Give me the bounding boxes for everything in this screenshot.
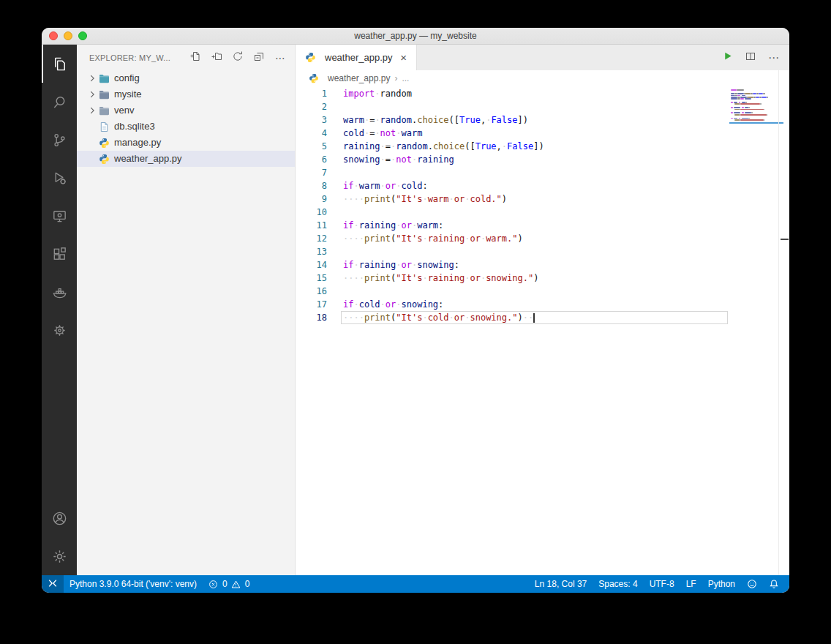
line-number: 5 (296, 140, 327, 153)
code-line-2[interactable] (343, 100, 789, 113)
problems-status[interactable]: 0 0 (203, 575, 255, 593)
explorer-more-actions-button[interactable]: ⋯ (273, 50, 287, 65)
explorer-item-venv[interactable]: venv (77, 102, 295, 119)
zoom-window-button[interactable] (78, 31, 87, 40)
cursor-position-status[interactable]: Ln 18, Col 37 (529, 575, 593, 593)
code-content[interactable]: import·randomwarm·=·random.choice([True,… (343, 87, 789, 324)
activitybar-docker[interactable] (42, 273, 77, 311)
vscode-window: weather_app.py — my_website (42, 28, 789, 593)
explorer-item-config[interactable]: config (77, 70, 295, 86)
code-line-14[interactable]: if·raining·or·snowing: (343, 258, 789, 272)
bell-icon (769, 579, 779, 589)
explorer-item-db-sqlite3[interactable]: db.sqlite3 (77, 119, 295, 135)
line-number: 16 (296, 285, 327, 298)
python-file-icon (307, 72, 320, 84)
indentation-status[interactable]: Spaces: 4 (593, 575, 643, 593)
folder-icon (98, 89, 110, 100)
feedback-button[interactable] (741, 575, 763, 593)
run-debug-icon (51, 170, 68, 187)
activity-bar (42, 45, 77, 575)
code-line-12[interactable]: ····print("It's·raining·or·warm.") (343, 232, 789, 245)
chevron-right-icon[interactable] (86, 105, 98, 116)
python-file-icon (98, 137, 110, 149)
code-line-18[interactable]: ····print("It's·cold·or·snowing.")·· (343, 311, 789, 324)
settings-gear-icon (51, 548, 68, 565)
code-line-13[interactable] (343, 245, 789, 258)
close-window-button[interactable] (49, 31, 58, 40)
activitybar-account[interactable] (42, 499, 77, 537)
editor-group: weather_app.py × ⋯ (296, 45, 789, 575)
line-number: 2 (296, 100, 327, 113)
file-tree: configmysitevenvdb.sqlite3manage.pyweath… (77, 70, 295, 575)
code-line-16[interactable] (343, 285, 789, 298)
split-editor-button[interactable] (745, 50, 756, 65)
eol-label: LF (686, 579, 696, 589)
line-number: 6 (296, 153, 327, 166)
indentation-label: Spaces: 4 (598, 579, 637, 589)
code-line-6[interactable]: snowing·=·not·raining (343, 153, 789, 166)
activitybar-settings[interactable] (42, 537, 77, 575)
explorer-item-mysite[interactable]: mysite (77, 86, 295, 102)
code-line-5[interactable]: raining·=·random.choice([True,·False]) (343, 140, 789, 153)
run-icon (722, 50, 733, 64)
breadcrumb[interactable]: weather_app.py › ... (296, 70, 789, 86)
collapse-all-icon (253, 50, 265, 65)
warning-count: 0 (245, 579, 250, 589)
explorer-item-label: weather_app.py (114, 151, 182, 167)
new-file-icon (189, 50, 201, 65)
new-folder-button[interactable] (209, 50, 224, 65)
line-number: 13 (296, 245, 327, 258)
code-line-10[interactable] (343, 206, 789, 219)
breadcrumb-file[interactable]: weather_app.py (328, 73, 390, 83)
line-number: 17 (296, 298, 327, 311)
line-number: 9 (296, 192, 327, 206)
activitybar-extensions[interactable] (42, 235, 77, 273)
eol-status[interactable]: LF (680, 575, 702, 593)
code-line-11[interactable]: if·raining·or·warm: (343, 219, 789, 232)
warning-icon (231, 580, 241, 589)
editor-more-actions-button[interactable]: ⋯ (768, 51, 780, 64)
activitybar-source-control[interactable] (42, 121, 77, 159)
explorer-item-label: config (114, 70, 140, 86)
code-line-8[interactable]: if·warm·or·cold: (343, 179, 789, 192)
code-line-1[interactable]: import·random (343, 87, 789, 100)
remote-indicator[interactable] (42, 575, 64, 593)
tab-close-icon[interactable]: × (397, 51, 410, 64)
code-line-7[interactable] (343, 166, 789, 179)
explorer-sidebar: EXPLORER: MY_W... ⋯ (77, 45, 296, 575)
refresh-button[interactable] (230, 50, 245, 65)
minimize-window-button[interactable] (64, 31, 72, 40)
code-line-9[interactable]: ····print("It's·warm·or·cold.") (343, 192, 789, 206)
language-mode-status[interactable]: Python (702, 575, 741, 593)
code-line-17[interactable]: if·cold·or·snowing: (343, 298, 789, 311)
chevron-right-icon[interactable] (86, 72, 98, 84)
code-line-15[interactable]: ····print("It's·raining·or·snowing.") (343, 272, 789, 285)
activitybar-extension-gear[interactable] (42, 311, 77, 349)
titlebar[interactable]: weather_app.py — my_website (42, 28, 789, 45)
python-interpreter-status[interactable]: Python 3.9.0 64-bit ('venv': venv) (64, 575, 203, 593)
code-line-3[interactable]: warm·=·random.choice([True,·False]) (343, 113, 789, 127)
activitybar-search[interactable] (42, 83, 77, 121)
code-line-4[interactable]: cold·=·not·warm (343, 127, 789, 140)
activitybar-run-debug[interactable] (42, 159, 77, 197)
new-file-button[interactable] (188, 50, 203, 65)
line-number: 12 (296, 232, 327, 245)
chevron-right-icon[interactable] (86, 89, 98, 100)
line-number: 1 (296, 87, 327, 100)
activitybar-explorer[interactable] (42, 45, 77, 83)
explorer-item-manage-py[interactable]: manage.py (77, 135, 295, 151)
breadcrumb-symbol[interactable]: ... (402, 73, 409, 83)
activitybar-remote-explorer[interactable] (42, 197, 77, 235)
line-number: 7 (296, 166, 327, 179)
code-area[interactable]: 123456789101112131415161718 import·rando… (296, 86, 789, 575)
encoding-status[interactable]: UTF-8 (644, 575, 680, 593)
tab-weather-app-py[interactable]: weather_app.py × (296, 45, 417, 70)
cursor-position-label: Ln 18, Col 37 (535, 579, 587, 589)
encoding-label: UTF-8 (650, 579, 674, 589)
explorer-item-weather-app-py[interactable]: weather_app.py (77, 151, 295, 167)
collapse-folders-button[interactable] (252, 50, 266, 65)
run-python-file-button[interactable] (722, 50, 733, 64)
notifications-button[interactable] (763, 575, 785, 593)
source-control-branch-icon (51, 132, 68, 149)
chevron-spacer (86, 137, 98, 149)
